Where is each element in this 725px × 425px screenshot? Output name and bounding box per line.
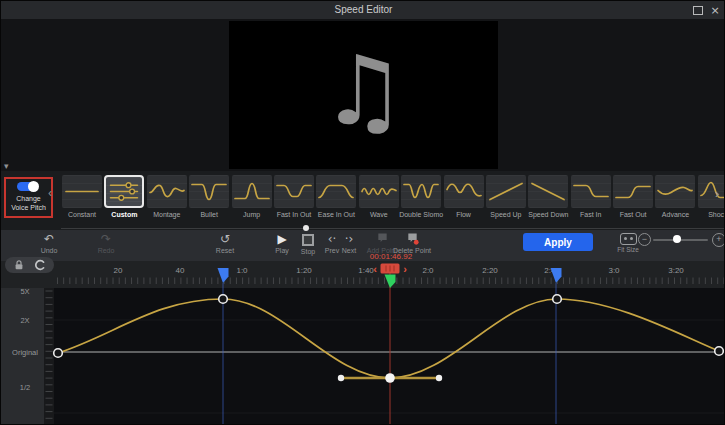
- preset-thumbnail: [698, 175, 725, 208]
- preset-scrollbar-handle[interactable]: [303, 225, 309, 231]
- preset-advance[interactable]: Advance: [655, 175, 695, 225]
- presets-scroll-right-icon[interactable]: ›: [715, 186, 719, 201]
- preset-speed-down[interactable]: Speed Down: [528, 175, 568, 225]
- reset-button[interactable]: ↺ Reset: [203, 232, 247, 254]
- preset-thumbnail: [655, 175, 695, 208]
- preset-label: Fast Out: [613, 211, 653, 218]
- ruler-time-label: 40: [176, 266, 185, 275]
- redo-button[interactable]: ↷ Redo: [84, 232, 128, 254]
- preset-label: Fast In: [571, 211, 611, 218]
- fast-out-icon: [613, 175, 653, 208]
- curve-anchor-point[interactable]: [553, 295, 562, 304]
- timeline-tools: [5, 257, 54, 273]
- preset-montage[interactable]: Montage: [147, 175, 187, 225]
- curve-selected-point[interactable]: [385, 373, 395, 383]
- apply-button[interactable]: Apply: [523, 233, 593, 251]
- preset-thumbnail: [613, 175, 653, 208]
- voice-pitch-label-2: Voice Pitch: [6, 204, 51, 211]
- preset-label: Fast In Out: [274, 211, 314, 218]
- voice-pitch-label-1: Change: [6, 195, 51, 202]
- y-axis-label: 1/2: [20, 383, 30, 392]
- preset-thumbnail: [401, 175, 441, 208]
- bullet-icon: [189, 175, 229, 208]
- preset-thumbnail: [444, 175, 484, 208]
- fast-in-out-icon: [274, 175, 314, 208]
- preset-label: Speed Up: [486, 211, 526, 218]
- ripple-rotate-icon[interactable]: [34, 259, 46, 271]
- preset-label: Constant: [62, 211, 102, 218]
- preset-double-slomo[interactable]: Double Slomo: [401, 175, 441, 225]
- delete-point-button[interactable]: Delete Point: [390, 232, 434, 254]
- preset-thumbnail: [274, 175, 314, 208]
- preset-flow[interactable]: Flow: [444, 175, 484, 225]
- preset-label: Custom: [104, 211, 144, 218]
- speed-curve-canvas: 20401:01:201:402:02:202:403:03:205X2XOri…: [1, 261, 725, 425]
- redo-icon: ↷: [84, 232, 128, 246]
- y-axis-label: 5X: [20, 287, 29, 296]
- lock-icon[interactable]: [13, 259, 25, 271]
- ruler-time-label: 2:0: [422, 266, 434, 275]
- playhead-step-right-icon[interactable]: ›: [403, 263, 407, 275]
- fit-size-icon: [620, 233, 637, 245]
- maximize-icon: [693, 6, 703, 15]
- preset-shock[interactable]: Shock: [698, 175, 725, 225]
- zoom-slider-handle[interactable]: [673, 235, 681, 243]
- close-button[interactable]: ×: [707, 1, 723, 19]
- ruler-time-label: 2:20: [482, 266, 498, 275]
- ruler-time-label: 3:20: [668, 266, 684, 275]
- curve-anchor-point[interactable]: [54, 349, 63, 358]
- zoom-in-icon[interactable]: +: [712, 233, 725, 247]
- speed-editor-window: Speed Editor × ♫ ▾ Change Voice Pitch ‹ …: [0, 0, 725, 425]
- reset-icon: ↺: [203, 232, 247, 246]
- preset-thumbnail: [147, 175, 187, 208]
- preset-ease-in-out[interactable]: Ease In Out: [316, 175, 356, 225]
- toggle-knob-icon: [28, 181, 39, 192]
- preset-label: Wave: [359, 211, 399, 218]
- curve-anchor-point[interactable]: [715, 347, 724, 356]
- speed-down-icon: [528, 175, 568, 208]
- zoom-out-icon[interactable]: −: [638, 233, 651, 246]
- preset-thumbnail: [486, 175, 526, 208]
- preset-scrollbar[interactable]: [61, 228, 725, 229]
- bezier-handle-dot[interactable]: [338, 375, 344, 381]
- playhead-step-left-icon[interactable]: ‹: [373, 263, 377, 275]
- preset-thumbnail: [232, 175, 272, 208]
- preset-fast-out[interactable]: Fast Out: [613, 175, 653, 225]
- preset-label: Bullet: [189, 211, 229, 218]
- y-axis-label: 2X: [20, 316, 29, 325]
- preset-fast-in-out[interactable]: Fast In Out: [274, 175, 314, 225]
- preset-label: Ease In Out: [316, 211, 356, 218]
- preset-jump[interactable]: Jump: [232, 175, 272, 225]
- undo-icon: ↶: [27, 232, 71, 246]
- presets-scroll-left-icon[interactable]: ‹: [48, 185, 52, 200]
- jump-icon: [232, 175, 272, 208]
- preset-constant[interactable]: Constant: [62, 175, 102, 225]
- preview-zone: ♫: [1, 19, 725, 171]
- speed-up-icon: [486, 175, 526, 208]
- window-title: Speed Editor: [1, 1, 725, 19]
- preset-label: Flow: [444, 211, 484, 218]
- advance-icon: [655, 175, 695, 208]
- preset-thumbnail: [189, 175, 229, 208]
- preset-custom[interactable]: Custom: [104, 175, 144, 225]
- preset-wave[interactable]: Wave: [359, 175, 399, 225]
- preset-label: Jump: [232, 211, 272, 218]
- preset-thumbnail: [104, 175, 144, 208]
- ease-in-out-icon: [316, 175, 356, 208]
- preset-fast-in[interactable]: Fast In: [571, 175, 611, 225]
- preset-thumbnail: [359, 175, 399, 208]
- collapse-arrow-icon[interactable]: ▾: [4, 161, 9, 171]
- bezier-handle-dot[interactable]: [436, 375, 442, 381]
- maximize-button[interactable]: [690, 1, 706, 19]
- preset-speed-up[interactable]: Speed Up: [486, 175, 526, 225]
- preset-bullet[interactable]: Bullet: [189, 175, 229, 225]
- constant-icon: [62, 175, 102, 208]
- preset-thumbnail: [571, 175, 611, 208]
- undo-button[interactable]: ↶ Undo: [27, 232, 71, 254]
- preset-label: Shock: [698, 211, 725, 218]
- voice-pitch-toggle[interactable]: [17, 182, 37, 191]
- curve-anchor-point[interactable]: [219, 295, 228, 304]
- wave-icon: [359, 175, 399, 208]
- ruler-time-label: 1:40: [358, 266, 374, 275]
- preset-thumbnail: [316, 175, 356, 208]
